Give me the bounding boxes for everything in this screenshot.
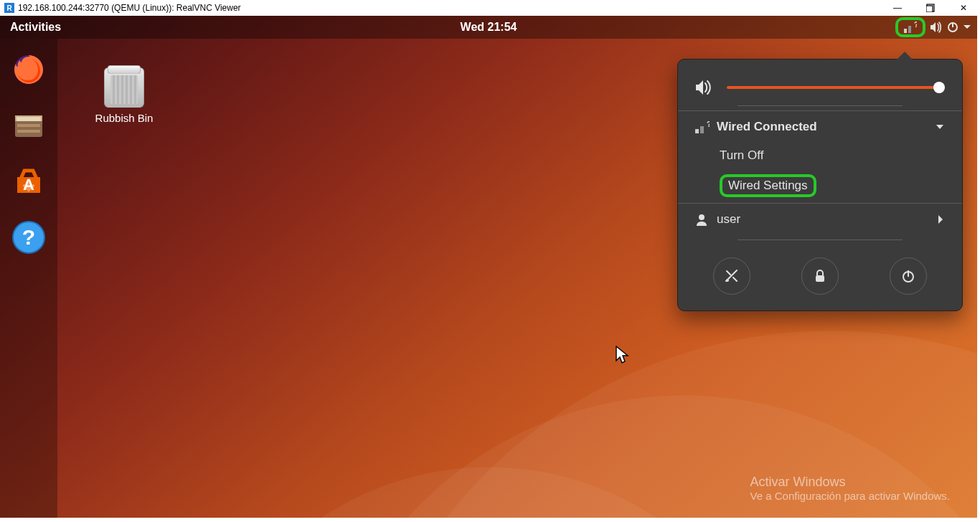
svg-rect-19 <box>700 126 704 133</box>
network-wired-settings[interactable]: Wired Settings <box>720 169 962 203</box>
minimize-button[interactable]: ― <box>881 0 914 16</box>
power-button[interactable] <box>890 257 927 295</box>
settings-icon <box>724 268 740 284</box>
watermark-title: Activar Windows <box>750 475 950 490</box>
svg-rect-1 <box>926 6 933 12</box>
host-window-title: 192.168.100.244:32770 (QEMU (Linux)): Re… <box>18 3 241 13</box>
software-icon[interactable]: A <box>11 163 47 199</box>
volume-icon[interactable] <box>930 22 943 33</box>
clock[interactable]: Wed 21:54 <box>461 21 517 34</box>
trash-icon <box>104 67 144 108</box>
svg-rect-18 <box>695 129 699 133</box>
volume-row <box>678 60 962 101</box>
maximize-button[interactable] <box>914 0 947 16</box>
highlight-network-tray: ? <box>895 17 925 37</box>
chevron-right-icon <box>936 214 945 224</box>
volume-speaker-icon <box>695 80 712 95</box>
svg-rect-23 <box>816 275 824 282</box>
trash-label: Rubbish Bin <box>85 112 164 124</box>
svg-rect-3 <box>908 26 911 33</box>
power-icon[interactable] <box>947 22 958 33</box>
help-icon[interactable]: ? <box>11 219 47 255</box>
trash-desktop-icon[interactable]: Rubbish Bin <box>85 67 164 124</box>
mouse-cursor-icon <box>616 346 630 364</box>
svg-rect-13 <box>17 117 41 121</box>
svg-point-21 <box>699 214 705 220</box>
network-question-icon: ? <box>695 120 717 133</box>
svg-rect-2 <box>904 29 907 33</box>
system-tray[interactable]: ? <box>895 17 971 37</box>
svg-rect-12 <box>17 130 40 133</box>
network-row[interactable]: ? Wired Connected <box>678 111 962 143</box>
user-icon <box>695 213 717 226</box>
ubuntu-dock: A ? <box>0 39 57 518</box>
close-button[interactable]: ✕ <box>947 0 980 16</box>
lock-button[interactable] <box>801 257 839 295</box>
volume-slider[interactable] <box>727 86 945 89</box>
activities-button[interactable]: Activities <box>10 21 61 34</box>
network-question-icon[interactable]: ? <box>904 22 917 33</box>
user-row[interactable]: user <box>678 204 962 235</box>
chevron-down-icon <box>935 122 945 132</box>
network-turn-off[interactable]: Turn Off <box>720 143 962 169</box>
windows-activation-watermark: Activar Windows Ve a Configuración para … <box>750 475 950 502</box>
power-icon <box>901 269 915 283</box>
host-window-titlebar: R 192.168.100.244:32770 (QEMU (Linux)): … <box>0 0 980 16</box>
svg-text:?: ? <box>914 22 917 29</box>
svg-point-22 <box>726 279 729 282</box>
system-menu-popover: ? Wired Connected Turn Off Wired Setting… <box>677 59 963 311</box>
firefox-icon[interactable] <box>11 52 47 87</box>
lock-icon <box>813 269 827 283</box>
watermark-sub: Ve a Configuración para activar Windows. <box>750 490 950 502</box>
svg-text:?: ? <box>22 225 35 249</box>
files-icon[interactable] <box>11 108 47 143</box>
realvnc-icon: R <box>4 3 14 13</box>
network-label: Wired Connected <box>717 120 817 134</box>
user-label: user <box>717 212 740 227</box>
gnome-top-bar: Activities Wed 21:54 ? <box>0 16 977 39</box>
highlight-wired-settings: Wired Settings <box>720 174 816 197</box>
chevron-down-icon[interactable] <box>963 23 971 32</box>
settings-button[interactable] <box>713 257 750 295</box>
svg-text:?: ? <box>707 120 710 128</box>
svg-rect-11 <box>17 124 40 127</box>
svg-text:A: A <box>23 176 34 194</box>
